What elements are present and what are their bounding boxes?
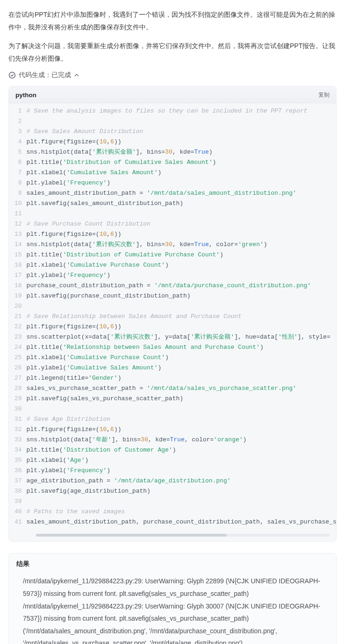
code-line[interactable]: sns.histplot(data['年龄'], bins=30, kde=Tr… xyxy=(27,435,336,445)
code-line[interactable]: # Save the analysis images to files so t… xyxy=(27,106,336,116)
line-number: 34 xyxy=(14,445,22,455)
code-line[interactable]: plt.savefig(sales_amount_distribution_pa… xyxy=(27,198,336,209)
line-number: 6 xyxy=(14,157,22,168)
code-line[interactable]: plt.xlabel('Cumulative Purchase Count') xyxy=(27,353,336,363)
line-number: 38 xyxy=(14,486,22,496)
line-number: 37 xyxy=(14,476,22,486)
code-line[interactable]: plt.savefig(age_distribution_path) xyxy=(27,486,336,496)
code-line[interactable]: # Paths to the saved images xyxy=(27,507,336,517)
line-number: 35 xyxy=(14,455,22,466)
chevron-up-icon xyxy=(74,72,79,78)
line-number: 29 xyxy=(14,394,22,404)
code-block: python 复制 123456789101112131415161718192… xyxy=(8,86,337,542)
code-line[interactable] xyxy=(27,209,336,219)
line-number-gutter: 1234567891011121314151617181920212223242… xyxy=(9,106,27,527)
line-number: 15 xyxy=(14,250,22,260)
line-number: 9 xyxy=(14,188,22,198)
code-line[interactable]: plt.ylabel('Frequency') xyxy=(27,270,336,281)
assistant-paragraph: 在尝试向PPT幻灯片中添加图像时，我遇到了一个错误，因为找不到指定的图像文件。这… xyxy=(8,8,337,33)
code-line[interactable] xyxy=(27,116,336,127)
code-line[interactable]: plt.title('Relationship between Sales Am… xyxy=(27,342,336,353)
line-number: 14 xyxy=(14,240,22,250)
code-line[interactable]: plt.ylabel('Cumulative Sales Amount') xyxy=(27,363,336,373)
line-number: 18 xyxy=(14,281,22,291)
line-number: 22 xyxy=(14,322,22,332)
horizontal-scrollbar[interactable] xyxy=(36,534,330,537)
code-line[interactable]: plt.savefig(purchase_count_distribution_… xyxy=(27,291,336,301)
line-number: 21 xyxy=(14,311,22,322)
code-line[interactable]: plt.ylabel('Frequency') xyxy=(27,466,336,476)
line-number: 1 xyxy=(14,106,22,116)
line-number: 17 xyxy=(14,270,22,281)
code-line[interactable]: sales_amount_distribution_path, purchase… xyxy=(27,517,336,527)
line-number: 16 xyxy=(14,260,22,270)
line-number: 36 xyxy=(14,466,22,476)
code-line[interactable]: sns.histplot(data['累计购买次数'], bins=30, kd… xyxy=(27,240,336,250)
code-line[interactable]: age_distribution_path = '/mnt/data/age_d… xyxy=(27,476,336,486)
line-number: 24 xyxy=(14,342,22,353)
line-number: 30 xyxy=(14,404,22,414)
code-line[interactable]: plt.figure(figsize=(10,6)) xyxy=(27,425,336,435)
code-line[interactable]: # Save Relationship between Sales Amount… xyxy=(27,311,336,322)
line-number: 25 xyxy=(14,353,22,363)
line-number: 11 xyxy=(14,209,22,219)
assistant-paragraph: 为了解决这个问题，我需要重新生成分析图像，并将它们保存到文件中。然后，我将再次尝… xyxy=(8,40,337,64)
line-number: 40 xyxy=(14,507,22,517)
result-block: 结果 /mnt/data/ipykernel_11/929884223.py:2… xyxy=(8,553,337,644)
line-number: 28 xyxy=(14,383,22,394)
line-number: 10 xyxy=(14,198,22,209)
code-line[interactable]: plt.legend(title='Gender') xyxy=(27,373,336,383)
line-number: 33 xyxy=(14,435,22,445)
copy-button[interactable]: 复制 xyxy=(318,91,330,99)
line-number: 19 xyxy=(14,291,22,301)
line-number: 26 xyxy=(14,363,22,373)
svg-point-0 xyxy=(9,72,15,78)
code-line[interactable] xyxy=(27,404,336,414)
line-number: 31 xyxy=(14,414,22,425)
result-output[interactable]: /mnt/data/ipykernel_11/929884223.py:29: … xyxy=(16,575,329,644)
line-number: 7 xyxy=(14,168,22,178)
code-line[interactable]: sales_vs_purchase_scatter_path = '/mnt/d… xyxy=(27,383,336,394)
code-line[interactable]: sns.scatterplot(x=data['累计购买次数'], y=data… xyxy=(27,332,336,342)
code-line[interactable]: sales_amount_distribution_path = '/mnt/d… xyxy=(27,188,336,198)
scrollbar-thumb[interactable] xyxy=(36,534,227,537)
line-number: 20 xyxy=(14,301,22,311)
code-line[interactable]: purchase_count_distribution_path = '/mnt… xyxy=(27,281,336,291)
line-number: 8 xyxy=(14,178,22,188)
code-line[interactable] xyxy=(27,496,336,507)
code-line[interactable]: plt.xlabel('Cumulative Sales Amount') xyxy=(27,168,336,178)
code-line[interactable]: # Save Sales Amount Distribution xyxy=(27,127,336,137)
line-number: 12 xyxy=(14,219,22,229)
code-line[interactable] xyxy=(27,301,336,311)
code-line[interactable]: plt.xlabel('Cumulative Purchase Count') xyxy=(27,260,336,270)
code-line[interactable]: # Save Purchase Count Distribution xyxy=(27,219,336,229)
line-number: 3 xyxy=(14,127,22,137)
line-number: 23 xyxy=(14,332,22,342)
code-line[interactable]: sns.histplot(data['累计购买金额'], bins=30, kd… xyxy=(27,147,336,157)
code-line[interactable]: plt.title('Distribution of Cumulative Sa… xyxy=(27,157,336,168)
code-line[interactable]: plt.title('Distribution of Customer Age'… xyxy=(27,445,336,455)
code-line[interactable]: plt.figure(figsize=(10,6)) xyxy=(27,229,336,240)
code-gen-status-label: 代码生成：已完成 xyxy=(19,71,71,79)
code-content[interactable]: # Save the analysis images to files so t… xyxy=(27,106,336,527)
assistant-message: 在尝试向PPT幻灯片中添加图像时，我遇到了一个错误，因为找不到指定的图像文件。这… xyxy=(8,8,337,64)
code-line[interactable]: plt.savefig(sales_vs_purchase_scatter_pa… xyxy=(27,394,336,404)
code-line[interactable]: plt.title('Distribution of Cumulative Pu… xyxy=(27,250,336,260)
code-body[interactable]: 1234567891011121314151617181920212223242… xyxy=(9,103,336,532)
code-gen-status[interactable]: 代码生成：已完成 xyxy=(8,71,337,79)
line-number: 4 xyxy=(14,137,22,147)
code-line[interactable]: plt.ylabel('Frequency') xyxy=(27,178,336,188)
line-number: 2 xyxy=(14,116,22,127)
line-number: 39 xyxy=(14,496,22,507)
code-line[interactable]: plt.figure(figsize=(10,6)) xyxy=(27,322,336,332)
code-block-header: python 复制 xyxy=(9,86,336,103)
line-number: 27 xyxy=(14,373,22,383)
code-line[interactable]: # Save Age Distribution xyxy=(27,414,336,425)
line-number: 32 xyxy=(14,425,22,435)
code-line[interactable]: plt.xlabel('Age') xyxy=(27,455,336,466)
check-circle-icon xyxy=(8,71,16,79)
line-number: 41 xyxy=(14,517,22,527)
line-number: 13 xyxy=(14,229,22,240)
line-number: 5 xyxy=(14,147,22,157)
code-line[interactable]: plt.figure(figsize=(10,6)) xyxy=(27,137,336,147)
